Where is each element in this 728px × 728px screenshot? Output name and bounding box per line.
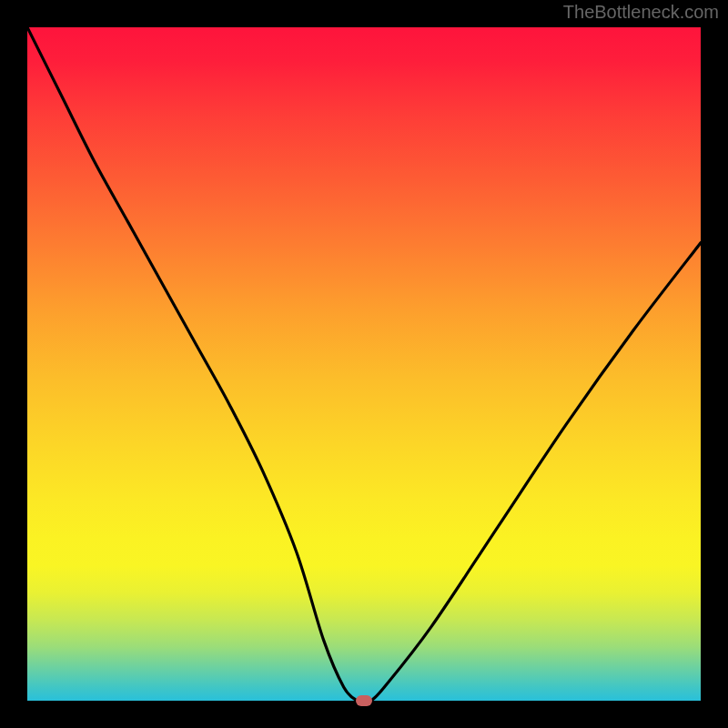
chart-plot-area <box>27 27 701 701</box>
optimal-point-marker <box>356 695 372 706</box>
watermark-text: TheBottleneck.com <box>563 2 719 23</box>
bottleneck-curve <box>27 27 701 701</box>
curve-svg <box>27 27 701 701</box>
